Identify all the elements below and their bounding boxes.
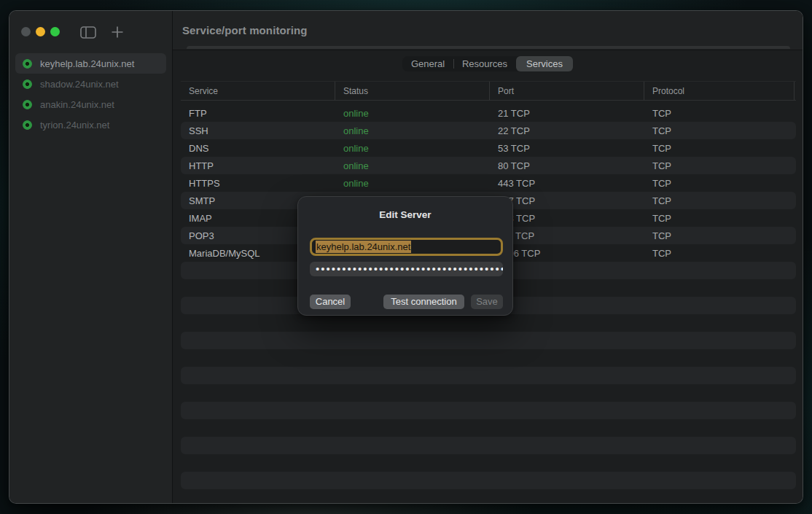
column-header-status[interactable]: Status — [335, 82, 490, 100]
service-cell: HTTP — [181, 160, 335, 171]
protocol-cell: TCP — [644, 195, 795, 206]
server-status-icon — [23, 120, 32, 130]
dialog-title: Edit Server — [298, 209, 512, 220]
test-connection-button[interactable]: Test connection — [383, 295, 464, 309]
empty-row — [181, 367, 796, 384]
empty-row — [181, 454, 796, 472]
protocol-cell: TCP — [644, 248, 795, 259]
password-input[interactable]: •••••••••••••••••••••••••••••••••••• — [310, 262, 503, 276]
column-header-service[interactable]: Service — [181, 82, 335, 100]
column-header-port[interactable]: Port — [490, 82, 644, 100]
server-label: anakin.24unix.net — [40, 99, 114, 110]
app-window: keyhelp.lab.24unix.net shadow.24unix.net… — [9, 10, 803, 504]
status-cell: online — [335, 160, 490, 171]
sidebar-item-shadow[interactable]: shadow.24unix.net — [15, 74, 166, 94]
service-cell: FTP — [181, 108, 335, 119]
table-row-ssh[interactable]: SSH online 22 TCP TCP — [181, 122, 796, 139]
zoom-window-button[interactable] — [50, 27, 60, 36]
table-row-dns[interactable]: DNS online 53 TCP TCP — [181, 139, 796, 157]
protocol-cell: TCP — [644, 160, 795, 171]
protocol-cell: TCP — [644, 178, 795, 189]
tab-resources[interactable]: Resources — [453, 56, 516, 71]
column-header-protocol[interactable]: Protocol — [644, 82, 795, 100]
host-input[interactable]: keyhelp.lab.24unix.net — [310, 238, 503, 256]
port-cell: 80 TCP — [490, 160, 644, 171]
sidebar: keyhelp.lab.24unix.net shadow.24unix.net… — [9, 11, 173, 503]
empty-row — [181, 437, 796, 454]
close-window-button[interactable] — [21, 27, 31, 36]
add-server-icon[interactable] — [109, 25, 126, 39]
port-cell: 21 TCP — [490, 108, 644, 119]
protocol-cell: TCP — [644, 143, 795, 154]
protocol-cell: TCP — [644, 213, 795, 224]
port-cell: 22 TCP — [490, 125, 644, 136]
toggle-sidebar-icon[interactable] — [79, 25, 97, 39]
empty-row — [181, 314, 796, 332]
window-controls — [21, 27, 60, 36]
segmented-control: General Resources Services — [402, 56, 573, 71]
service-cell: SSH — [181, 125, 335, 136]
tab-services[interactable]: Services — [516, 56, 573, 71]
protocol-cell: TCP — [644, 108, 795, 119]
status-cell: online — [335, 178, 490, 189]
page-title: Service/port monitoring — [173, 11, 803, 50]
empty-row — [181, 472, 796, 489]
status-cell: online — [335, 108, 490, 119]
scroll-edge-divider — [187, 46, 790, 49]
table-header: Service Status Port Protocol — [181, 81, 796, 101]
edit-server-dialog: Edit Server keyhelp.lab.24unix.net •••••… — [297, 196, 513, 316]
port-cell: 53 TCP — [490, 143, 644, 154]
empty-row — [181, 332, 796, 349]
port-cell: 443 TCP — [490, 178, 644, 189]
table-row-ftp[interactable]: FTP online 21 TCP TCP — [181, 104, 796, 122]
empty-row — [181, 384, 796, 402]
minimize-window-button[interactable] — [36, 27, 45, 36]
cancel-button[interactable]: Cancel — [310, 295, 351, 309]
table-row-http[interactable]: HTTP online 80 TCP TCP — [181, 157, 796, 174]
empty-row — [181, 419, 796, 437]
tab-bar: General Resources Services — [173, 50, 803, 81]
host-input-selected-text: keyhelp.lab.24unix.net — [316, 241, 411, 253]
titlebar: Service/port monitoring — [173, 11, 803, 50]
server-label: shadow.24unix.net — [40, 79, 119, 90]
server-list: keyhelp.lab.24unix.net shadow.24unix.net… — [15, 53, 166, 135]
save-button[interactable]: Save — [471, 295, 503, 309]
sidebar-item-keyhelp[interactable]: keyhelp.lab.24unix.net — [15, 53, 166, 74]
table-row-https[interactable]: HTTPS online 443 TCP TCP — [181, 174, 796, 192]
status-cell: online — [335, 143, 490, 154]
empty-row — [181, 402, 796, 419]
service-cell: HTTPS — [181, 178, 335, 189]
server-label: tyrion.24unix.net — [40, 120, 109, 131]
sidebar-item-anakin[interactable]: anakin.24unix.net — [15, 94, 166, 114]
status-cell: online — [335, 125, 490, 136]
protocol-cell: TCP — [644, 230, 795, 241]
protocol-cell: TCP — [644, 125, 795, 136]
service-cell: DNS — [181, 143, 335, 154]
server-status-icon — [23, 59, 32, 69]
empty-row — [181, 349, 796, 367]
server-status-icon — [23, 100, 32, 109]
tab-general[interactable]: General — [402, 56, 453, 71]
sidebar-item-tyrion[interactable]: tyrion.24unix.net — [15, 114, 166, 135]
server-status-icon — [23, 79, 32, 89]
server-label: keyhelp.lab.24unix.net — [40, 58, 134, 69]
